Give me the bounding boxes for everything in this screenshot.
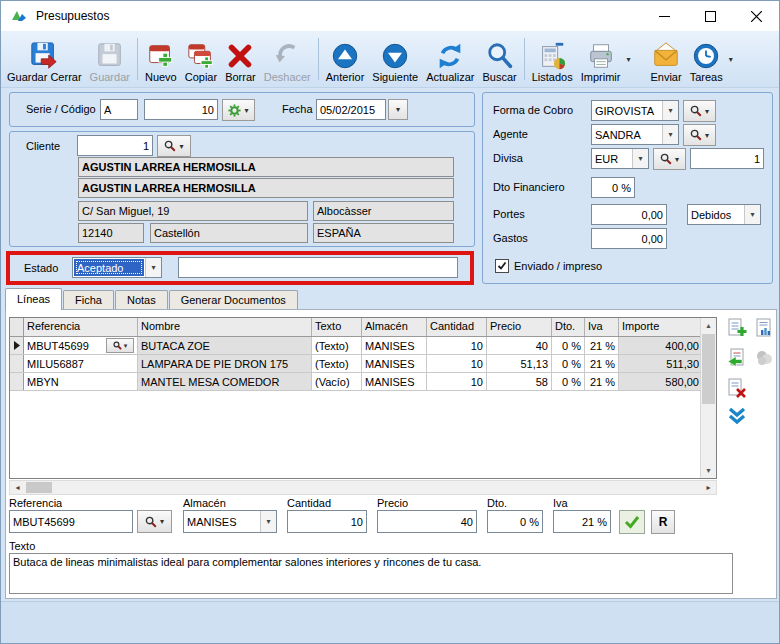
fecha-input[interactable]: 05/02/2015	[316, 99, 386, 120]
cell-search-button[interactable]: ▾	[106, 338, 134, 353]
portes-tipo-combo[interactable]: Debidos ▾	[687, 204, 761, 225]
cell-referencia[interactable]: MBUT45699 ▾	[24, 337, 138, 354]
scroll-up-arrow[interactable]: ▲	[701, 318, 716, 333]
cell-texto[interactable]: (Texto)	[312, 355, 362, 372]
r-button[interactable]: R	[651, 510, 675, 534]
cell-precio[interactable]: 58	[487, 373, 552, 390]
delete-button[interactable]: Borrar	[221, 33, 260, 85]
tab-notas[interactable]: Notas	[115, 290, 168, 310]
grid-header-importe[interactable]: Importe	[619, 318, 702, 336]
divisa-cambio-input[interactable]	[690, 148, 764, 169]
cell-almacen[interactable]: MANISES	[362, 337, 427, 354]
vertical-scroll-thumb[interactable]	[702, 334, 715, 404]
grid-row-2[interactable]: MILU56887 LAMPARA DE PIE DRON 175 (Texto…	[10, 355, 716, 373]
add-line-button[interactable]	[725, 316, 749, 340]
tasks-dropdown-arrow[interactable]: ▾	[727, 33, 735, 85]
scroll-left-arrow[interactable]: ◂	[10, 481, 25, 494]
divisa-combo[interactable]: EUR ▾	[591, 148, 649, 169]
codigo-options-button[interactable]: ▾	[222, 99, 255, 121]
refresh-button[interactable]: Actualizar	[422, 33, 478, 85]
enviado-checkbox[interactable]	[495, 259, 509, 273]
editor-referencia-input[interactable]	[9, 510, 133, 533]
horizontal-scroll-thumb[interactable]	[26, 482, 52, 493]
editor-iva-input[interactable]	[553, 510, 611, 533]
new-button[interactable]: Nuevo	[141, 33, 181, 85]
cell-texto[interactable]: (Vacío)	[312, 373, 362, 390]
grid-header-referencia[interactable]: Referencia	[24, 318, 138, 336]
search-button[interactable]: Buscar	[478, 33, 520, 85]
cell-texto[interactable]: (Texto)	[312, 337, 362, 354]
grid-header-nombre[interactable]: Nombre	[138, 318, 312, 336]
move-to-bottom-button[interactable]	[725, 404, 749, 428]
agente-combo[interactable]: SANDRA ▾	[591, 124, 679, 145]
cell-iva[interactable]: 21 %	[585, 373, 619, 390]
grid-row-3[interactable]: MBYN MANTEL MESA COMEDOR (Vacío) MANISES…	[10, 373, 716, 391]
editor-almacen-combo[interactable]: MANISES ▾	[183, 510, 277, 533]
cell-almacen[interactable]: MANISES	[362, 373, 427, 390]
maximize-button[interactable]	[687, 1, 733, 31]
cell-dto[interactable]: 0 %	[552, 337, 585, 354]
cliente-search-button[interactable]: ▾	[157, 135, 191, 157]
reports-button[interactable]: Listados	[528, 33, 577, 85]
copy-button[interactable]: Copiar	[181, 33, 221, 85]
estado-combo[interactable]: Aceptado ▾	[72, 257, 162, 278]
editor-dto-input[interactable]	[487, 510, 543, 533]
grid-row-1[interactable]: MBUT45699 ▾ BUTACA ZOE (Texto) MANISES 1…	[10, 337, 716, 355]
estado-extra-input[interactable]	[178, 257, 458, 278]
tab-ficha[interactable]: Ficha	[63, 290, 114, 310]
send-button[interactable]: Enviar	[646, 33, 685, 85]
grid-header-cantidad[interactable]: Cantidad	[427, 318, 487, 336]
fecha-dropdown-button[interactable]: ▾	[388, 99, 408, 120]
serie-input[interactable]	[100, 99, 138, 120]
cell-precio[interactable]: 51,13	[487, 355, 552, 372]
cell-cantidad[interactable]: 10	[427, 373, 487, 390]
tab-generar-documentos[interactable]: Generar Documentos	[169, 290, 298, 310]
scroll-down-arrow[interactable]: ▼	[701, 463, 716, 478]
grid-header-texto[interactable]: Texto	[312, 318, 362, 336]
cell-nombre[interactable]: BUTACA ZOE	[138, 337, 312, 354]
editor-cantidad-input[interactable]	[287, 510, 367, 533]
cell-precio[interactable]: 40	[487, 337, 552, 354]
insert-line-button[interactable]	[725, 346, 749, 370]
cell-dto[interactable]: 0 %	[552, 373, 585, 390]
tasks-button[interactable]: Tareas	[686, 33, 727, 85]
print-button[interactable]: Imprimir	[577, 33, 625, 85]
agente-search-button[interactable]: ▾	[683, 124, 716, 146]
cell-importe[interactable]: 400,00	[619, 337, 702, 354]
divisa-search-button[interactable]: ▾	[653, 148, 686, 170]
cell-iva[interactable]: 21 %	[585, 337, 619, 354]
portes-input[interactable]	[591, 204, 667, 225]
scroll-right-arrow[interactable]: ▸	[701, 481, 716, 494]
previous-button[interactable]: Anterior	[322, 33, 369, 85]
gastos-input[interactable]	[591, 228, 667, 249]
cell-dto[interactable]: 0 %	[552, 355, 585, 372]
dto-financiero-input[interactable]	[591, 177, 635, 198]
cell-importe[interactable]: 580,00	[619, 373, 702, 390]
save-close-button[interactable]: Guardar Cerrar	[3, 33, 86, 85]
editor-texto-textarea[interactable]: Butaca de lineas minimalistas ideal para…	[9, 553, 733, 594]
grid-header-dto[interactable]: Dto.	[552, 318, 585, 336]
print-dropdown-arrow[interactable]: ▾	[624, 33, 632, 85]
confirm-line-button[interactable]	[619, 510, 645, 534]
grid-header-precio[interactable]: Precio	[487, 318, 552, 336]
cell-cantidad[interactable]: 10	[427, 337, 487, 354]
cell-referencia[interactable]: MILU56887	[24, 355, 138, 372]
grid-horizontal-scrollbar[interactable]: ◂ ▸	[9, 480, 717, 495]
line-report-button[interactable]	[752, 316, 776, 340]
grid-vertical-scrollbar[interactable]: ▲ ▼	[700, 318, 716, 478]
editor-referencia-search-button[interactable]: ▾	[137, 510, 172, 533]
cell-almacen[interactable]: MANISES	[362, 355, 427, 372]
close-button[interactable]	[733, 1, 779, 31]
editor-precio-input[interactable]	[377, 510, 477, 533]
delete-line-button[interactable]	[725, 376, 749, 400]
codigo-input[interactable]	[144, 99, 218, 120]
next-button[interactable]: Siguiente	[368, 33, 422, 85]
cell-cantidad[interactable]: 10	[427, 355, 487, 372]
forma-cobro-combo[interactable]: GIROVISTA ▾	[591, 100, 679, 121]
grid-header-almacen[interactable]: Almacén	[362, 318, 427, 336]
cell-nombre[interactable]: LAMPARA DE PIE DRON 175	[138, 355, 312, 372]
tab-lineas[interactable]: Líneas	[5, 288, 62, 310]
forma-cobro-search-button[interactable]: ▾	[683, 100, 716, 122]
grid-header-iva[interactable]: Iva	[585, 318, 619, 336]
cell-nombre[interactable]: MANTEL MESA COMEDOR	[138, 373, 312, 390]
